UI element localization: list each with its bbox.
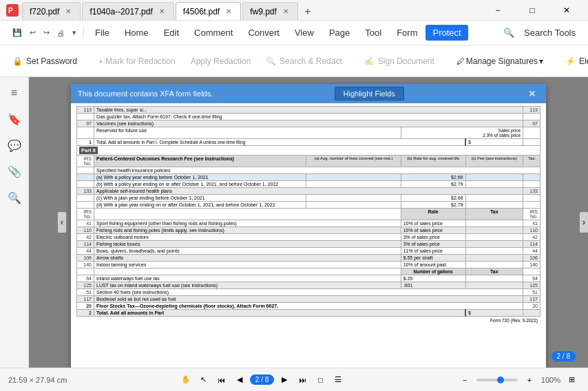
tab-f1040a[interactable]: f1040a--2017.pdf ✕ xyxy=(82,2,174,20)
signature-icon: 🖊 xyxy=(456,56,465,66)
tab-close-f4506t[interactable]: ✕ xyxy=(224,7,233,16)
row-description: Taxable tires, super si... xyxy=(94,107,523,114)
maximize-button[interactable]: □ xyxy=(516,0,548,21)
menu-view[interactable]: View xyxy=(288,25,321,41)
xfa-close-button[interactable]: ✕ xyxy=(525,88,539,99)
single-page-button[interactable]: □ xyxy=(313,372,328,388)
first-page-button[interactable]: ⏮ xyxy=(214,372,229,388)
zoom-in-button[interactable]: + xyxy=(522,372,537,388)
add-tab-button[interactable]: + xyxy=(300,3,316,20)
tab-close-f1040a[interactable]: ✕ xyxy=(157,7,167,16)
menu-convert[interactable]: Convert xyxy=(241,25,286,41)
table-row: IRS No. Rate Tax IRS No. xyxy=(77,209,540,220)
table-row: (d) With a plan year ending on or after … xyxy=(77,202,540,209)
tabs-container: f720.pdf ✕ f1040a--2017.pdf ✕ f4506t.pdf… xyxy=(22,0,474,20)
sidebar-search-icon[interactable]: 🔍 xyxy=(4,187,25,208)
manage-signatures-button[interactable]: 🖊 Manage Signatures ▾ xyxy=(450,54,550,69)
right-panel-toggle[interactable]: › xyxy=(580,212,588,233)
lock-icon: 🔒 xyxy=(12,56,23,66)
print-btn[interactable]: 🖨 xyxy=(54,28,67,39)
table-row: 117 Biodiesel sold as but not used as fu… xyxy=(77,296,540,303)
last-page-button[interactable]: ⏭ xyxy=(295,372,310,388)
hand-tool-btn[interactable]: ✋ xyxy=(178,372,193,388)
tab-f4506t[interactable]: f4506t.pdf ✕ xyxy=(176,2,241,20)
status-center: ✋ ↖ ⏮ ◀ 2 / 8 ▶ ⏭ □ ☰ xyxy=(178,372,346,388)
menu-search-tools[interactable]: Search Tools xyxy=(517,25,582,41)
sidebar-panel-icon[interactable]: ≡ xyxy=(4,83,25,103)
mark-for-redaction-button[interactable]: ▪ Mark for Redaction xyxy=(92,54,182,69)
fit-page-button[interactable]: ⊞ xyxy=(565,372,580,388)
left-panel-toggle[interactable]: ‹ xyxy=(58,212,66,233)
close-window-button[interactable]: ✕ xyxy=(551,0,582,21)
sidebar-attachment-icon[interactable]: 📎 xyxy=(4,161,25,182)
prev-page-button[interactable]: ◀ xyxy=(232,372,247,388)
sign-document-button[interactable]: ✍ Sign Document xyxy=(357,54,441,69)
menu-tool[interactable]: Tool xyxy=(358,25,388,41)
search-tools: 🔍 Search Tools xyxy=(503,25,582,41)
table-row: 42 Electric outboard motors 3% of sales … xyxy=(77,234,540,241)
menu-protect[interactable]: Protect xyxy=(426,25,468,41)
part-header: Part II xyxy=(79,147,98,154)
table-row: 125 LUST tax on inland waterways fuel us… xyxy=(77,282,540,289)
sidebar-bookmark-icon[interactable]: 🔖 xyxy=(4,109,25,129)
zoom-track[interactable] xyxy=(476,379,518,381)
sidebar-comment-icon[interactable]: 💬 xyxy=(4,135,25,156)
menu-page[interactable]: Page xyxy=(322,25,357,41)
table-row: 20 Floor Stocks Tax—Ozone-depleting chem… xyxy=(77,303,540,310)
status-bar: 21.59 × 27.94 cm ✋ ↖ ⏮ ◀ 2 / 8 ▶ ⏭ □ ☰ −… xyxy=(0,368,588,391)
table-row: 114 Fishing tackle boxes 3% of sales pri… xyxy=(77,241,540,248)
dropdown-arrow[interactable]: ▾ xyxy=(70,27,79,39)
tab-close-f720[interactable]: ✕ xyxy=(63,7,73,16)
table-row: 1 Total. Add all amounts in Part I. Comp… xyxy=(77,139,540,146)
form-table: 113 Taxable tires, super si... 113 Gas g… xyxy=(76,106,540,317)
svg-text:P: P xyxy=(8,7,13,14)
dimensions-text: 21.59 × 27.94 cm xyxy=(8,376,67,384)
minimize-button[interactable]: − xyxy=(482,0,514,21)
continuous-page-button[interactable]: ☰ xyxy=(330,372,346,388)
table-row: Gas guzzler tax. Attach Form 6197. Check… xyxy=(77,114,540,120)
table-row: Specified health insurance policies xyxy=(77,167,540,174)
next-page-button[interactable]: ▶ xyxy=(277,372,292,388)
menu-form[interactable]: Form xyxy=(390,25,424,41)
menu-home[interactable]: Home xyxy=(118,25,156,41)
zoom-thumb[interactable] xyxy=(497,377,504,383)
table-row: (b) With a policy year ending on or afte… xyxy=(77,181,540,188)
table-row: 110 Fishing rods and fishing poles (limi… xyxy=(77,227,540,234)
pdf-viewer: ‹ This document contains XFA form fields… xyxy=(29,77,588,368)
page-overlay-indicator: 2 / 8 xyxy=(552,351,576,361)
zoom-slider[interactable] xyxy=(476,379,518,381)
tab-f720[interactable]: f720.pdf ✕ xyxy=(22,2,81,20)
table-row: 44 Bows, quivers, broadheads, and points… xyxy=(77,248,540,255)
electro-button[interactable]: ⚡ Electro xyxy=(558,54,588,69)
table-row: 113 Taxable tires, super si... 113 xyxy=(77,107,540,114)
quick-access: 💾 ↩ ↪ 🖨 ▾ xyxy=(6,27,84,39)
search-redact-icon: 🔍 xyxy=(266,56,276,66)
menu-comment[interactable]: Comment xyxy=(187,25,240,41)
table-row: Part II xyxy=(77,146,540,156)
redaction-icon: ▪ xyxy=(99,56,102,66)
tab-close-fw9[interactable]: ✕ xyxy=(281,7,291,16)
set-password-button[interactable]: 🔒 Set Password xyxy=(6,54,84,69)
xfa-message: This document contains XFA form fields. xyxy=(78,89,213,98)
page-overlay-text: 2 / 8 xyxy=(552,351,576,361)
highlight-fields-button[interactable]: Highlight Fields xyxy=(335,87,404,101)
menu-edit[interactable]: Edit xyxy=(157,25,186,41)
redo-btn[interactable]: ↪ xyxy=(41,27,52,39)
content-area: ≡ 🔖 💬 📎 🔍 ‹ This document contains XFA f… xyxy=(0,77,588,368)
table-row: 51 Section 40 fuels (see instructions) 5… xyxy=(77,289,540,296)
table-row: (c) With a plan year ending before Octob… xyxy=(77,195,540,202)
pdf-page: This document contains XFA form fields. … xyxy=(71,84,546,368)
undo-btn[interactable]: ↩ xyxy=(27,27,39,39)
menu-bar: 💾 ↩ ↪ 🖨 ▾ File Home Edit Comment Convert… xyxy=(0,21,588,45)
search-redact-button[interactable]: 🔍 Search & Redact xyxy=(259,54,349,69)
menu-file[interactable]: File xyxy=(88,25,116,41)
status-left: 21.59 × 27.94 cm xyxy=(8,376,67,384)
select-tool-btn[interactable]: ↖ xyxy=(196,372,211,388)
save-quick-btn[interactable]: 💾 xyxy=(10,27,25,39)
tab-fw9[interactable]: fw9.pdf ✕ xyxy=(242,2,298,20)
zoom-out-button[interactable]: − xyxy=(457,372,472,388)
row-right-num: 113 xyxy=(523,107,540,114)
table-row: Number of gallons Tax xyxy=(77,268,540,275)
table-row: 2 Total. Add all amounts in Part $ xyxy=(77,310,540,317)
apply-redaction-button[interactable]: Apply Redaction xyxy=(184,54,258,69)
